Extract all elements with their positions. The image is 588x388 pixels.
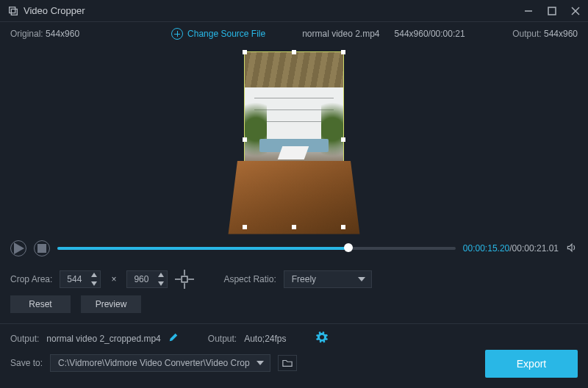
- seek-slider[interactable]: [57, 247, 456, 250]
- play-button[interactable]: [10, 240, 26, 256]
- output-settings-button[interactable]: [316, 331, 328, 345]
- svg-marker-4: [14, 242, 24, 254]
- current-time: 00:00:15.20: [463, 243, 509, 254]
- height-up[interactable]: [155, 270, 167, 279]
- crop-width-input[interactable]: 544: [60, 270, 101, 288]
- edit-filename-button[interactable]: [168, 332, 179, 345]
- svg-marker-6: [91, 273, 97, 277]
- aspect-ratio-select[interactable]: Freely: [284, 270, 372, 288]
- source-meta: 544x960/00:00:21: [395, 29, 465, 39]
- original-label: Original:: [10, 29, 43, 39]
- timeline: 00:00:15.20/00:00:21.01: [0, 234, 588, 263]
- aspect-ratio-label: Aspect Ratio:: [223, 274, 276, 284]
- video-canvas[interactable]: [0, 46, 588, 234]
- height-down[interactable]: [155, 279, 167, 288]
- change-source-label: Change Source File: [187, 29, 265, 39]
- svg-rect-1: [548, 7, 556, 15]
- output-res-value: 544x960: [544, 29, 578, 39]
- divider: [0, 323, 588, 324]
- crop-handle-mr[interactable]: [341, 137, 345, 142]
- svg-marker-16: [257, 361, 264, 365]
- preview-button[interactable]: Preview: [81, 295, 141, 313]
- plus-icon: [171, 28, 183, 40]
- volume-button[interactable]: [566, 242, 578, 256]
- seek-thumb[interactable]: [344, 243, 353, 252]
- info-bar: Original: 544x960 Change Source File nor…: [0, 22, 588, 46]
- total-time: 00:00:21.01: [512, 243, 559, 254]
- width-up[interactable]: [88, 270, 100, 279]
- output-file-label: Output:: [10, 334, 39, 344]
- output-format-value: Auto;24fps: [244, 334, 286, 344]
- app-icon: [7, 5, 19, 17]
- svg-rect-5: [37, 244, 46, 253]
- svg-marker-15: [358, 277, 365, 281]
- export-button[interactable]: Export: [485, 350, 578, 378]
- source-filename: normal video 2.mp4: [302, 29, 379, 39]
- aspect-ratio-value: Freely: [292, 274, 316, 284]
- timecode: 00:00:15.20/00:00:21.01: [463, 243, 559, 254]
- crop-frame[interactable]: [244, 51, 344, 228]
- app-title: Video Cropper: [24, 5, 523, 16]
- crop-handle-ml[interactable]: [243, 137, 247, 142]
- svg-marker-7: [91, 281, 97, 286]
- action-buttons: Reset Preview: [0, 295, 588, 320]
- output-resolution: Output: 544x960: [512, 29, 578, 39]
- crop-handle-tc[interactable]: [292, 50, 296, 54]
- original-resolution: Original: 544x960: [10, 29, 79, 39]
- crop-height-value: 960: [127, 274, 155, 284]
- crop-handle-br[interactable]: [341, 225, 345, 229]
- crop-width-value: 544: [60, 274, 88, 284]
- open-folder-button[interactable]: [278, 355, 297, 371]
- window-controls: [523, 6, 581, 16]
- multiply-symbol: ×: [108, 274, 119, 284]
- title-bar: Video Cropper: [0, 0, 588, 22]
- svg-rect-14: [182, 276, 187, 282]
- crop-handle-bc[interactable]: [292, 225, 296, 229]
- close-button[interactable]: [570, 6, 581, 16]
- output-format-label: Output:: [208, 334, 237, 344]
- save-path-select[interactable]: C:\Vidmore\Vidmore Video Converter\Video…: [50, 354, 270, 372]
- original-res-value: 544x960: [46, 29, 79, 39]
- video-frame: [245, 52, 343, 227]
- save-path-value: C:\Vidmore\Vidmore Video Converter\Video…: [58, 358, 250, 368]
- output-filename: normal video 2_cropped.mp4: [46, 334, 160, 344]
- change-source-button[interactable]: Change Source File: [171, 28, 265, 40]
- crop-handle-tl[interactable]: [243, 50, 247, 54]
- stop-button[interactable]: [34, 240, 50, 256]
- crop-height-input[interactable]: 960: [126, 270, 168, 288]
- reset-button[interactable]: Reset: [10, 295, 71, 313]
- width-down[interactable]: [88, 279, 100, 288]
- maximize-button[interactable]: [547, 6, 557, 16]
- crop-area-label: Crop Area:: [10, 274, 52, 284]
- svg-marker-9: [158, 281, 164, 286]
- save-to-label: Save to:: [10, 358, 43, 368]
- crop-handle-tr[interactable]: [341, 50, 345, 54]
- crop-controls: Crop Area: 544 × 960 Aspect Ratio: Freel…: [0, 263, 588, 295]
- output-label: Output:: [512, 29, 541, 39]
- center-crop-button[interactable]: [175, 270, 194, 289]
- crop-handle-bl[interactable]: [243, 225, 247, 229]
- output-row: Output: normal video 2_cropped.mp4 Outpu…: [0, 327, 588, 350]
- svg-marker-8: [158, 273, 164, 277]
- chevron-down-icon: [358, 277, 365, 281]
- chevron-down-icon: [257, 361, 264, 365]
- minimize-button[interactable]: [523, 6, 534, 16]
